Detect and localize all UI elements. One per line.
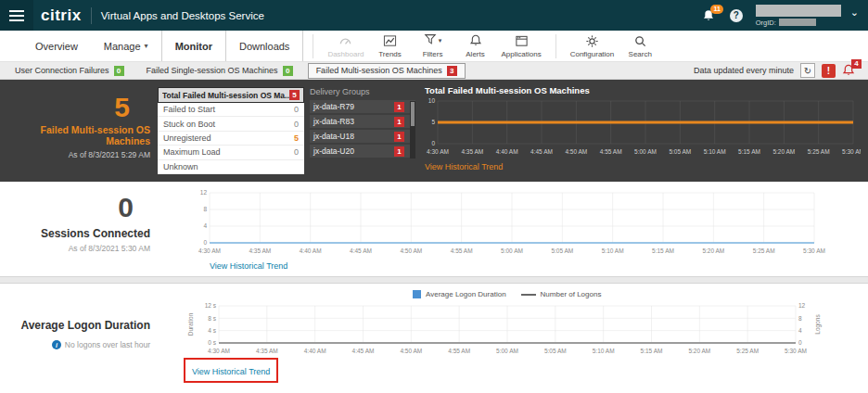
svg-text:4:55 AM: 4:55 AM xyxy=(451,247,473,254)
svg-text:4:40 AM: 4:40 AM xyxy=(496,148,518,155)
tab-failed-single-session[interactable]: Failed Single-session OS Machines 0 xyxy=(139,64,300,78)
delivery-group-row[interactable]: jx-data-U201 xyxy=(310,145,415,158)
delivery-group-row[interactable]: jx-data-R791 xyxy=(310,100,415,113)
failure-type-dropdown[interactable]: Total Failed Multi-session OS Ma... 5 xyxy=(158,87,304,103)
alerts-bell-icon[interactable]: 4 xyxy=(842,64,855,77)
alert-count-badge: 4 xyxy=(851,59,862,69)
tab-manage[interactable]: Manage▾ xyxy=(91,31,161,61)
failure-type-row[interactable]: Stuck on Boot0 xyxy=(158,117,304,131)
legend-item-num-logons: Number of Logons xyxy=(521,290,602,298)
failed-machines-panel: 5 Failed Multi-session OS Machines As of… xyxy=(0,80,868,182)
chart-legend: Average Logon Duration Number of Logons xyxy=(413,290,601,298)
svg-text:5:20 AM: 5:20 AM xyxy=(772,148,795,155)
org-id-redacted xyxy=(779,19,816,26)
svg-text:4:55 AM: 4:55 AM xyxy=(448,348,470,354)
svg-text:5:25 AM: 5:25 AM xyxy=(808,148,830,155)
svg-text:4:30 AM: 4:30 AM xyxy=(427,148,449,155)
delivery-groups-list: jx-data-R791 jx-data-R831 jx-data-U181 j… xyxy=(310,100,415,158)
dashboard-icon xyxy=(338,34,352,48)
count-badge: 0 xyxy=(283,66,293,76)
delivery-group-row[interactable]: jx-data-U181 xyxy=(310,130,415,143)
section-divider xyxy=(0,276,868,284)
top-bar: citrix Virtual Apps and Desktops Service… xyxy=(0,0,868,31)
filters-caret-icon: ▾ xyxy=(439,37,442,44)
tab-overview[interactable]: Overview xyxy=(22,31,91,61)
count-badge: 0 xyxy=(114,66,124,76)
tab-downloads[interactable]: Downloads xyxy=(226,31,303,61)
search-icon xyxy=(633,34,647,48)
svg-text:4:50 AM: 4:50 AM xyxy=(400,247,422,254)
annotation-highlight: View Historical Trend xyxy=(184,358,278,383)
app-title: Virtual Apps and Desktops Service xyxy=(101,10,264,21)
nav-separator xyxy=(555,34,556,58)
failure-type-list: Failed to Start0 Stuck on Boot0 Unregist… xyxy=(158,103,304,174)
view-historical-trend-link[interactable]: View Historical Trend xyxy=(192,367,270,376)
failure-type-row[interactable]: Maximum Load0 xyxy=(158,146,304,159)
tab-monitor[interactable]: Monitor xyxy=(161,31,226,61)
svg-text:0: 0 xyxy=(203,239,207,246)
customer-name-redacted xyxy=(756,5,841,17)
svg-text:12 s: 12 s xyxy=(205,302,217,309)
svg-text:4:35 AM: 4:35 AM xyxy=(249,247,271,254)
svg-text:8: 8 xyxy=(798,315,802,322)
svg-text:4: 4 xyxy=(203,222,207,229)
svg-text:4:35 AM: 4:35 AM xyxy=(256,348,278,354)
citrix-monitor-page: citrix Virtual Apps and Desktops Service… xyxy=(0,0,868,393)
average-logon-duration-section: Average Logon Duration Number of Logons … xyxy=(0,284,868,393)
svg-text:5:20 AM: 5:20 AM xyxy=(688,348,710,354)
tool-dashboard: Dashboard xyxy=(323,31,368,61)
help-icon[interactable]: ? xyxy=(730,9,743,22)
svg-text:8 s: 8 s xyxy=(208,315,216,322)
tool-applications[interactable]: Applications xyxy=(497,31,546,61)
svg-text:5:05 AM: 5:05 AM xyxy=(544,348,567,354)
svg-text:4:40 AM: 4:40 AM xyxy=(304,348,326,354)
applications-icon xyxy=(515,34,529,48)
tool-alerts[interactable]: Alerts xyxy=(454,31,497,61)
failure-type-row[interactable]: Unregistered5 xyxy=(158,132,304,146)
notifications-bell-icon[interactable]: 11 xyxy=(702,9,715,22)
svg-text:5:00 AM: 5:00 AM xyxy=(496,348,518,354)
manage-caret-icon: ▾ xyxy=(145,42,148,50)
tool-filters[interactable]: ▾ Filters xyxy=(412,31,454,61)
dropdown-count-badge: 5 xyxy=(289,90,300,100)
failure-type-row[interactable]: Failed to Start0 xyxy=(158,103,304,117)
svg-text:4:55 AM: 4:55 AM xyxy=(600,148,622,155)
delivery-group-row[interactable]: jx-data-R831 xyxy=(310,115,415,128)
count-badge: 3 xyxy=(447,66,457,76)
sessions-chart: 4:30 AM4:35 AM4:40 AM4:45 AM4:50 AM4:55 … xyxy=(189,187,827,256)
header-divider xyxy=(91,7,92,24)
critical-alert-icon[interactable]: ! xyxy=(822,64,836,78)
svg-text:4:30 AM: 4:30 AM xyxy=(208,348,230,354)
trends-icon xyxy=(383,34,397,48)
svg-text:4:30 AM: 4:30 AM xyxy=(198,247,221,254)
logon-note: i No logons over last hour xyxy=(0,340,150,349)
hamburger-menu-icon[interactable] xyxy=(0,0,33,31)
scrollbar-thumb[interactable] xyxy=(411,102,415,126)
refresh-button[interactable]: ↻ xyxy=(800,63,815,78)
configuration-gear-icon xyxy=(585,34,599,48)
logon-title: Average Logon Duration xyxy=(0,319,150,332)
sessions-title: Sessions Connected xyxy=(0,227,150,240)
failed-machines-chart: 4:30 AM4:35 AM4:40 AM4:45 AM4:50 AM4:55 … xyxy=(425,97,861,157)
failed-machines-chart-area: Total Failed Multi-session OS Machines 4… xyxy=(425,85,861,173)
main-navbar: Overview Manage▾ Monitor Downloads Dashb… xyxy=(0,31,868,62)
failure-type-row[interactable]: Unknown xyxy=(158,160,304,174)
tab-user-connection-failures[interactable]: User Connection Failures 0 xyxy=(7,64,132,78)
svg-text:5:00 AM: 5:00 AM xyxy=(501,247,523,254)
svg-text:5:30 AM: 5:30 AM xyxy=(785,348,807,354)
svg-text:8: 8 xyxy=(203,206,207,212)
tab-failed-multi-session[interactable]: Failed Multi-session OS Machines 3 xyxy=(308,63,466,79)
view-historical-trend-link[interactable]: View Historical Trend xyxy=(210,261,287,271)
svg-text:5:10 AM: 5:10 AM xyxy=(704,148,726,155)
tool-search[interactable]: Search xyxy=(619,31,661,61)
svg-text:0: 0 xyxy=(798,339,802,346)
tool-configuration[interactable]: Configuration xyxy=(566,31,619,61)
svg-text:5:15 AM: 5:15 AM xyxy=(738,148,760,155)
legend-item-avg-logon: Average Logon Duration xyxy=(413,290,506,298)
logon-duration-chart: 4:30 AM4:35 AM4:40 AM4:45 AM4:50 AM4:55 … xyxy=(185,302,823,356)
tool-trends[interactable]: Trends xyxy=(369,31,412,61)
view-historical-trend-link[interactable]: View Historical Trend xyxy=(425,162,503,171)
account-chevron-down-icon[interactable]: ⌄ xyxy=(850,6,859,19)
svg-text:5:25 AM: 5:25 AM xyxy=(753,247,775,254)
delivery-groups-scrollbar[interactable] xyxy=(410,101,415,158)
